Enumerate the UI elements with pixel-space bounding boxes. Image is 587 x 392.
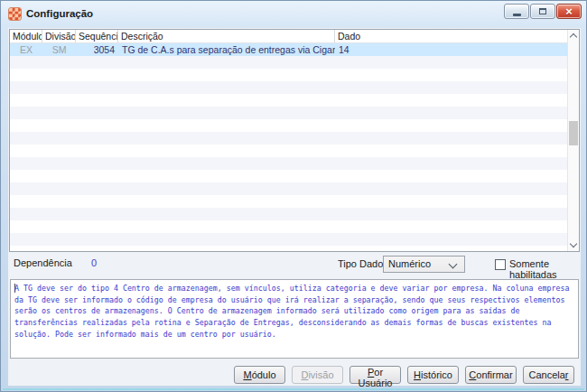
dependencia-label: Dependência — [14, 257, 72, 268]
somente-habilitadas-label[interactable]: Somente habilitadas — [509, 258, 581, 280]
button-confirmar[interactable]: Confirmar — [465, 366, 517, 384]
close-icon: × — [565, 5, 573, 18]
cell-sequencia: 3054 — [76, 43, 118, 56]
memo-text: A TG deve ser do tipo 4 Centro de armaze… — [14, 283, 574, 356]
minimize-icon — [513, 14, 521, 16]
button-divisao[interactable]: Divisão — [292, 366, 343, 384]
dependencia-value: 0 — [91, 257, 97, 268]
close-button[interactable]: × — [556, 4, 582, 19]
scroll-down-button[interactable] — [568, 238, 579, 251]
somente-habilitadas-checkbox[interactable] — [495, 259, 506, 270]
grid-body: EXSM3054TG de C.A.s para separação de en… — [10, 43, 567, 251]
tipo-dado-label: Tipo Dado — [338, 258, 383, 269]
button-modulo[interactable]: Módulo — [234, 366, 285, 384]
grid-row-selected[interactable]: EXSM3054TG de C.A.s para separação de en… — [10, 43, 567, 56]
cell-divisao: SM — [42, 43, 76, 56]
button-row: MóduloDivisãoPor UsuárioHistóricoConfirm… — [234, 366, 574, 384]
cell-modulo: EX — [10, 43, 42, 56]
maximize-icon — [539, 8, 546, 14]
grid-empty-rows — [10, 56, 567, 251]
window-controls: × — [504, 4, 582, 19]
cell-descricao: TG de C.A.s para separação de entregas v… — [118, 43, 335, 56]
dialog-client-area: MóduloDivisãoSequênciaDescriçãoDado EXSM… — [8, 28, 581, 386]
app-logo-icon — [9, 8, 21, 20]
chevron-down-icon — [449, 260, 458, 269]
scrollbar-thumb[interactable] — [569, 121, 578, 145]
grid-header: MóduloDivisãoSequênciaDescriçãoDado — [10, 30, 567, 43]
button-por-usuario[interactable]: Por Usuário — [349, 366, 401, 384]
column-header-divisao[interactable]: Divisão — [42, 30, 76, 42]
column-header-sequencia[interactable]: Sequência — [76, 30, 118, 42]
titlebar[interactable]: Configuração × — [1, 1, 586, 28]
column-header-modulo[interactable]: Módulo — [10, 30, 42, 42]
maximize-button[interactable] — [530, 4, 555, 19]
cell-dado: 14 — [335, 43, 567, 56]
tipo-dado-selected-value: Numérico — [388, 258, 431, 269]
chevron-up-icon — [570, 33, 577, 41]
column-header-dado[interactable]: Dado — [335, 30, 567, 42]
minimize-button[interactable] — [504, 4, 529, 19]
chevron-down-icon — [570, 240, 577, 247]
description-memo[interactable]: A TG deve ser do tipo 4 Centro de armaze… — [10, 279, 579, 359]
button-historico[interactable]: Histórico — [407, 366, 459, 384]
tipo-dado-combobox[interactable]: Numérico — [383, 256, 465, 273]
configuracao-window: Configuração × MóduloDivisãoSequênciaDes… — [0, 0, 587, 392]
config-grid: MóduloDivisãoSequênciaDescriçãoDado EXSM… — [9, 29, 580, 252]
window-title: Configuração — [26, 8, 93, 19]
button-cancelar[interactable]: Cancelar — [523, 366, 574, 384]
scroll-up-button[interactable] — [568, 30, 579, 42]
column-header-descricao[interactable]: Descrição — [118, 30, 335, 42]
vertical-scrollbar[interactable] — [567, 30, 579, 251]
